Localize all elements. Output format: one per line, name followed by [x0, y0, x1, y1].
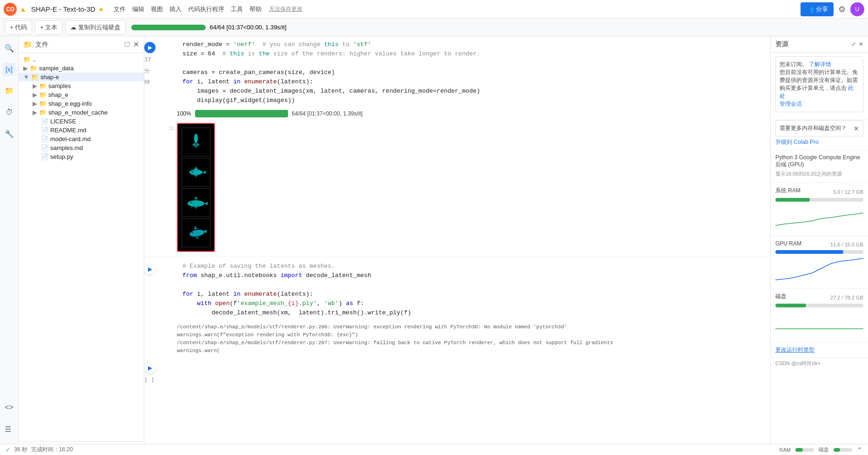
tree-item-license[interactable]: 📄 LICENSE	[19, 117, 144, 126]
add-text-button[interactable]: + 文本	[35, 20, 62, 34]
ram-bar-fill	[775, 198, 810, 202]
right-panel-controls: ⤢ ✕	[851, 41, 863, 48]
upgrade-close-btn[interactable]: ✕	[854, 125, 859, 132]
statusbar-right: RAM 磁盘 ⌃	[780, 446, 862, 454]
tree-item-model-card[interactable]: 📄 model-card.md	[19, 135, 144, 143]
tree-item-shap-e-sub[interactable]: ▶ 📁 shap_e	[19, 90, 144, 99]
menu-help[interactable]: 帮助	[247, 3, 264, 15]
code-line-5: for i, latent in enumerate(latents):	[181, 77, 767, 87]
progress-pct-label: 100%	[177, 110, 191, 117]
menu-edit[interactable]: 编辑	[129, 3, 147, 15]
cell2-line1: # Example of saving the latents as meshe…	[181, 262, 767, 271]
complete-label: 完成时间：16:20	[31, 446, 73, 454]
main-layout: 🔍 [x] 📁 ⏱ 🔧 <> ☰ 📁 文件 □ ✕ 📁	[0, 36, 868, 455]
warning-line-1: /content/shap-e/shap_e/models/stf/render…	[177, 323, 738, 331]
code-icon-btn[interactable]: <>	[2, 401, 16, 414]
progress-section: 64/64 [01:37<00:00, 1.39s/it]	[131, 24, 286, 31]
tree-item-readme[interactable]: 📄 README.md	[19, 126, 144, 135]
tree-item-setup-py[interactable]: 📄 setup.py	[19, 152, 144, 161]
run-button-3[interactable]: ▶	[144, 362, 155, 374]
disk-header: 磁盘 27.2 / 78.2 GB	[775, 292, 863, 302]
tools-icon-btn[interactable]: 🔧	[2, 127, 17, 141]
right-panel-expand-icon[interactable]: ⤢	[851, 41, 856, 48]
tree-item-samples-md[interactable]: 📄 samples.md	[19, 143, 144, 152]
menu-view[interactable]: 视图	[148, 3, 166, 15]
run-button-1[interactable]: ▶	[144, 42, 155, 53]
files-icon-btn[interactable]: [x]	[3, 63, 15, 76]
star-icon[interactable]: ★	[98, 6, 104, 13]
tree-item-egg-info[interactable]: ▶ 📁 shap_e.egg-info	[19, 99, 144, 108]
ram-graph-svg	[775, 204, 863, 230]
gpu-graph-svg	[775, 257, 863, 282]
clock-icon-btn[interactable]: ⏱	[3, 105, 16, 119]
cloud-icon: ☁	[70, 24, 76, 31]
sidebar-title: 📁 文件	[23, 40, 48, 49]
menu-tools[interactable]: 工具	[228, 3, 246, 15]
statusbar: ✓ 36 秒 完成时间：16:20 RAM 磁盘 ⌃	[0, 444, 868, 455]
disk-indicator: 磁盘	[819, 446, 829, 453]
manage-session-link[interactable]: 管理会话	[780, 101, 802, 107]
tree-item-shap-e[interactable]: ▼ 📁 shap-e	[19, 73, 144, 81]
unsaved-label[interactable]: 无法保存更改	[269, 5, 303, 13]
colab-logo[interactable]: CO	[4, 3, 17, 16]
right-actions: 👥 分享 ⚙ U	[801, 2, 864, 16]
copy-to-drive-button[interactable]: ☁ 复制到云端硬盘	[65, 20, 126, 34]
tree-item-samples[interactable]: ▶ 📁 samples	[19, 81, 144, 90]
sidebar-close-icon[interactable]: ✕	[133, 40, 139, 49]
disk-value: 27.2 / 78.2 GB	[830, 295, 863, 300]
runtime-label: Python 3 Google Compute Engine 后端 (GPU)	[775, 154, 863, 169]
cell2-line3	[181, 280, 767, 290]
cell-content-2[interactable]: # Example of saving the latents as meshe…	[177, 260, 770, 319]
output-cell: □	[144, 119, 770, 256]
add-code-button[interactable]: + 代码	[5, 20, 32, 34]
folder-icon: 📁	[39, 91, 47, 98]
disk-graph-svg	[775, 310, 863, 336]
warning-line-2: warnings.warn(f"exception rendering with…	[177, 331, 738, 339]
right-panel-close-icon[interactable]: ✕	[859, 41, 863, 48]
menu-insert[interactable]: 插入	[167, 3, 184, 15]
time-label: 36 秒	[14, 446, 27, 454]
menu-file[interactable]: 文件	[111, 3, 128, 15]
svg-marker-18	[193, 225, 197, 229]
output-expand-btn[interactable]: □	[170, 125, 173, 131]
code-line-3	[181, 59, 767, 68]
expand-icon[interactable]: ⌃	[857, 446, 862, 454]
upgrade-link[interactable]: 升级到 Colab Pro	[775, 139, 819, 145]
run-button-2[interactable]: ▶	[144, 264, 155, 275]
gpu-label: GPU RAM	[775, 240, 801, 247]
settings-icon[interactable]: ⚙	[838, 4, 846, 14]
avatar[interactable]: U	[850, 2, 864, 16]
share-button[interactable]: 👥 分享	[801, 2, 834, 16]
gpu-value: 11.6 / 15.0 GB	[830, 242, 863, 247]
search-icon-btn[interactable]: 🔍	[2, 41, 17, 55]
cell-content-3[interactable]	[177, 359, 770, 370]
code-line-1: render_mode = 'nerf' # you can change th…	[181, 40, 767, 49]
folder-icon-btn[interactable]: 📁	[2, 83, 17, 98]
sidebar-header: 📁 文件 □ ✕	[19, 36, 144, 53]
svg-marker-6	[202, 170, 206, 174]
tree-item-model-cache[interactable]: ▶ 📁 shap_e_model_cache	[19, 108, 144, 117]
upgrade-box: 需要更多内存和磁盘空间？ ✕	[775, 120, 863, 136]
list-icon-btn[interactable]: ☰	[2, 422, 16, 436]
cell-content-1[interactable]: render_mode = 'nerf' # you can change th…	[177, 38, 770, 107]
output-image-2	[182, 158, 210, 187]
tree-item-dotdot[interactable]: 📁 ..	[19, 55, 144, 64]
cell-1: ▶ 37 分 钟 render_mode = 'nerf' # you can …	[144, 36, 770, 109]
svg-point-15	[191, 202, 192, 203]
tree-item-sample-data[interactable]: ▶ 📁 sample_data	[19, 64, 144, 73]
cell-progress-fill	[195, 110, 288, 117]
watermark: CSDN @cs阿何ldr×	[771, 358, 868, 369]
disk-bar-fill-r	[775, 304, 806, 307]
sidebar-new-folder-icon[interactable]: □	[125, 40, 129, 49]
shark-svg-1	[187, 130, 205, 154]
menu-runtime[interactable]: 代码执行程序	[185, 3, 227, 15]
svg-marker-12	[194, 196, 198, 199]
code-line-2: size = 64 # this is the size of the rend…	[181, 49, 767, 59]
svg-marker-19	[195, 237, 200, 240]
learn-more-link[interactable]: 了解详情	[809, 61, 831, 68]
change-runtime-link[interactable]: 更改运行时类型	[775, 346, 814, 353]
chevron-icon: ▶	[33, 100, 37, 107]
svg-marker-7	[194, 167, 198, 170]
svg-marker-8	[194, 175, 198, 177]
shark-svg-2	[184, 163, 208, 182]
